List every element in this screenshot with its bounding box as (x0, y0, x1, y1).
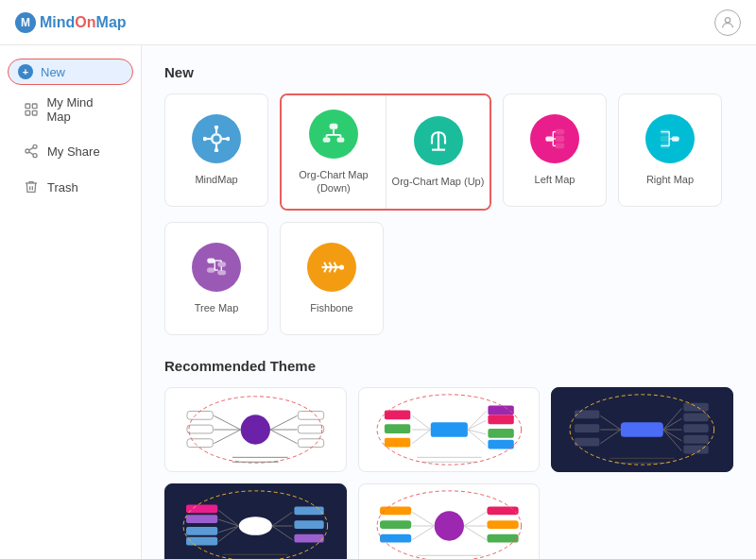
theme-card-3[interactable] (551, 387, 733, 472)
org-chart-down-icon (309, 110, 358, 159)
app-layout: + New My Mind Map (0, 45, 756, 559)
map-type-grid: MindMap (164, 93, 733, 211)
svg-rect-110 (575, 410, 599, 418)
svg-line-109 (663, 430, 682, 450)
left-map-icon (530, 114, 579, 163)
map-type-grid-row2: Tree Map Fishbone (164, 222, 733, 335)
app-header: M MindOnMap (0, 0, 756, 45)
svg-rect-77 (187, 411, 213, 419)
tree-map-icon (192, 243, 241, 292)
map-card-mindmap[interactable]: MindMap (164, 93, 268, 207)
svg-rect-20 (330, 123, 338, 128)
svg-line-104 (601, 430, 622, 444)
svg-rect-79 (187, 439, 213, 448)
svg-point-16 (215, 126, 218, 129)
svg-rect-112 (575, 438, 599, 447)
org-chart-down-label: Org-Chart Map (Down) (282, 168, 386, 195)
my-mind-map-icon (23, 101, 39, 118)
svg-rect-31 (556, 136, 564, 141)
svg-point-19 (226, 137, 230, 141)
svg-point-6 (26, 149, 29, 153)
svg-line-108 (663, 430, 682, 441)
svg-line-143 (412, 512, 434, 526)
theme-card-2[interactable] (358, 387, 541, 472)
svg-point-121 (239, 517, 272, 535)
svg-rect-115 (684, 424, 709, 432)
svg-rect-133 (294, 506, 323, 515)
svg-rect-96 (488, 429, 513, 438)
svg-rect-43 (672, 136, 679, 141)
svg-rect-4 (32, 110, 37, 115)
fishbone-icon (307, 243, 356, 292)
svg-rect-94 (488, 406, 513, 415)
svg-rect-131 (186, 527, 217, 535)
svg-rect-74 (298, 411, 323, 419)
map-card-fishbone[interactable]: Fishbone (280, 222, 384, 335)
sidebar: + New My Mind Map (0, 45, 142, 559)
svg-line-84 (412, 415, 431, 430)
svg-line-87 (468, 411, 487, 430)
svg-rect-135 (294, 534, 323, 543)
sidebar-item-new-label: New (41, 65, 65, 79)
svg-line-106 (663, 418, 682, 430)
map-card-org-chart-up[interactable]: Org-Chart Map (Up) (386, 95, 490, 209)
theme-card-4[interactable] (164, 483, 347, 559)
svg-point-11 (214, 135, 220, 142)
sidebar-item-trash[interactable]: Trash (8, 170, 133, 204)
svg-rect-78 (187, 425, 213, 433)
logo-text: MindOnMap (40, 14, 127, 31)
theme-card-1[interactable] (164, 387, 347, 472)
svg-rect-114 (684, 413, 709, 421)
svg-rect-76 (298, 439, 323, 448)
svg-rect-33 (556, 144, 564, 147)
svg-line-88 (468, 420, 487, 430)
svg-rect-130 (186, 515, 217, 523)
svg-line-122 (218, 510, 239, 526)
svg-rect-32 (556, 129, 564, 133)
svg-rect-40 (661, 136, 669, 141)
svg-rect-97 (488, 440, 513, 449)
svg-rect-129 (186, 505, 217, 514)
svg-line-123 (218, 519, 239, 526)
svg-line-126 (272, 512, 293, 526)
svg-point-7 (33, 154, 37, 158)
left-map-label: Left Map (535, 173, 576, 186)
recommended-theme-title: Recommended Theme (164, 358, 733, 374)
svg-rect-147 (380, 520, 411, 529)
sidebar-item-my-mind-map[interactable]: My Mind Map (8, 87, 133, 132)
map-card-tree-map[interactable]: Tree Map (164, 222, 268, 335)
svg-rect-150 (487, 520, 518, 529)
mindmap-icon (192, 114, 241, 163)
org-chart-up-icon (414, 116, 463, 165)
map-card-left-map[interactable]: Left Map (503, 93, 607, 207)
svg-line-71 (214, 415, 240, 430)
svg-line-142 (464, 526, 486, 540)
trash-icon (23, 178, 40, 195)
right-map-icon (645, 114, 695, 163)
svg-line-8 (29, 152, 34, 155)
svg-rect-149 (487, 506, 518, 515)
org-chart-up-label: Org-Chart Map (Up) (392, 175, 485, 188)
svg-point-66 (339, 264, 344, 269)
svg-rect-116 (684, 435, 709, 444)
map-card-org-chart-down[interactable]: Org-Chart Map (Down) (282, 95, 386, 209)
svg-line-9 (29, 147, 34, 150)
sidebar-item-new[interactable]: + New (8, 59, 133, 85)
selected-pair-group: Org-Chart Map (Down) Org- (280, 93, 491, 211)
theme-card-5[interactable] (358, 483, 541, 559)
svg-line-145 (412, 526, 434, 540)
svg-rect-113 (684, 403, 709, 412)
svg-point-5 (33, 144, 37, 148)
svg-rect-2 (32, 104, 37, 109)
my-share-icon (23, 143, 40, 160)
svg-point-0 (725, 17, 730, 22)
svg-rect-52 (218, 263, 226, 266)
map-card-right-map[interactable]: Right Map (618, 93, 722, 207)
svg-rect-34 (545, 136, 553, 141)
svg-rect-50 (207, 258, 215, 263)
sidebar-item-trash-label: Trash (47, 180, 78, 195)
svg-rect-101 (621, 422, 663, 437)
svg-rect-111 (575, 424, 599, 432)
user-avatar-icon[interactable] (714, 9, 741, 36)
sidebar-item-my-share[interactable]: My Share (8, 134, 133, 168)
